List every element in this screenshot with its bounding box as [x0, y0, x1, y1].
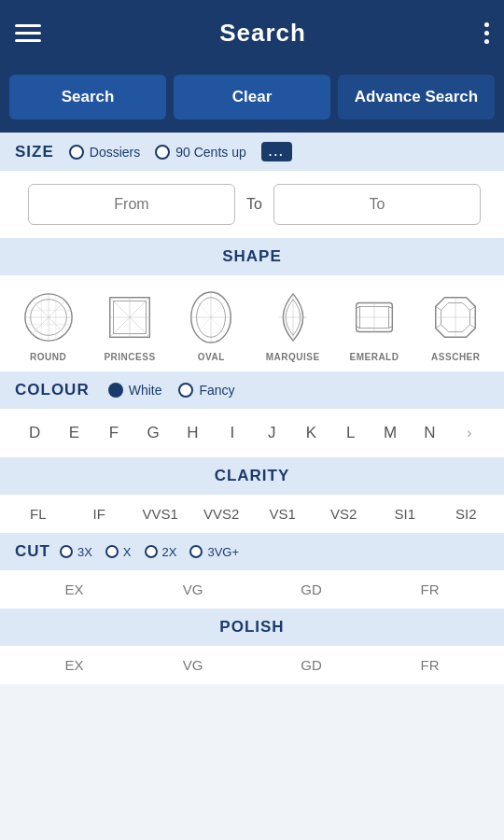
oval-icon — [184, 290, 238, 344]
princess-icon — [103, 290, 157, 344]
search-button[interactable]: Search — [9, 75, 166, 119]
clarity-grade-vvs2[interactable]: VVS2 — [191, 506, 253, 522]
cut-grade-vg[interactable]: VG — [133, 581, 252, 597]
cut-option-x[interactable]: X — [105, 545, 132, 559]
fancy-radio[interactable] — [178, 383, 193, 398]
cut-option-3vg+[interactable]: 3VG+ — [189, 545, 239, 559]
page-title: Search — [219, 19, 306, 48]
svg-line-37 — [470, 325, 476, 329]
size-more-button[interactable]: ... — [261, 142, 292, 161]
polish-grade-gd[interactable]: GD — [252, 657, 371, 673]
colour-grade-m[interactable]: M — [371, 420, 410, 446]
size-option-90cents[interactable]: 90 Cents up — [155, 145, 246, 160]
cut-option-3x[interactable]: 3X — [60, 545, 92, 559]
colour-grade-g[interactable]: G — [133, 420, 173, 446]
shape-asscher-label: ASSCHER — [431, 352, 480, 362]
colour-grade-k[interactable]: K — [291, 420, 330, 446]
size-from-input[interactable] — [28, 184, 235, 225]
clarity-grade-fl[interactable]: FL — [7, 506, 69, 522]
clarity-section-header: CLARITY — [0, 457, 504, 495]
dossiers-radio[interactable] — [69, 145, 84, 160]
shape-marquise[interactable]: MARQUISE — [266, 290, 320, 362]
emerald-icon — [347, 290, 401, 344]
dossiers-label: Dossiers — [90, 145, 140, 160]
shape-oval[interactable]: OVAL — [184, 290, 238, 362]
colour-grade-e[interactable]: E — [54, 420, 93, 446]
shape-marquise-label: MARQUISE — [266, 352, 320, 362]
shape-emerald-label: EMERALD — [349, 352, 399, 362]
shape-round[interactable]: ROUND — [21, 290, 76, 362]
colour-grade-j[interactable]: J — [252, 420, 291, 446]
svg-line-36 — [436, 325, 441, 329]
colour-fancy-option[interactable]: Fancy — [178, 383, 234, 398]
colour-grade-i[interactable]: I — [213, 420, 252, 446]
clarity-grade-si2[interactable]: SI2 — [436, 506, 497, 522]
clear-button[interactable]: Clear — [174, 75, 330, 119]
action-bar: Search Clear Advance Search — [0, 65, 504, 133]
clarity-grade-vs2[interactable]: VS2 — [314, 506, 375, 522]
shape-asscher[interactable]: ASSCHER — [428, 290, 483, 362]
polish-title: POLISH — [219, 618, 284, 636]
polish-section-header: POLISH — [0, 609, 504, 646]
cut-grades-row: EXVGGDFR — [0, 570, 504, 609]
cut-title: CUT — [15, 542, 50, 561]
shape-title: SHAPE — [222, 247, 282, 265]
cut-section-header: CUT 3XX2X3VG+ — [0, 533, 504, 570]
shape-princess[interactable]: PRINCESS — [103, 290, 157, 362]
clarity-grade-vs1[interactable]: VS1 — [252, 506, 314, 522]
colour-grade-overflow: › — [450, 420, 489, 446]
clarity-grades-row: FLIFVVS1VVS2VS1VS2SI1SI2 — [0, 495, 504, 533]
menu-icon[interactable] — [15, 24, 41, 42]
clarity-title: CLARITY — [215, 467, 290, 484]
svg-line-35 — [470, 306, 476, 310]
fancy-label: Fancy — [199, 383, 234, 398]
white-label: White — [129, 383, 162, 398]
cut-grade-ex[interactable]: EX — [15, 581, 133, 597]
size-option-dossiers[interactable]: Dossiers — [69, 145, 140, 160]
polish-grade-fr[interactable]: FR — [371, 657, 489, 673]
size-to-input[interactable] — [273, 184, 481, 225]
colour-options: White Fancy — [108, 383, 235, 398]
colour-section-header: COLOUR White Fancy — [0, 371, 504, 409]
clarity-grade-si1[interactable]: SI1 — [374, 506, 436, 522]
colour-white-option[interactable]: White — [108, 383, 162, 398]
svg-line-34 — [436, 306, 441, 310]
polish-grades-row: EXVGGDFR — [0, 646, 504, 684]
colour-grade-f[interactable]: F — [94, 420, 133, 446]
cut-option-2x[interactable]: 2X — [145, 545, 177, 559]
round-icon — [21, 290, 76, 344]
colour-grade-n[interactable]: N — [410, 420, 449, 446]
colour-grades-row: DEFGHIJKLMN› — [0, 409, 504, 457]
polish-grade-ex[interactable]: EX — [15, 657, 133, 673]
polish-grade-vg[interactable]: VG — [133, 657, 252, 673]
shape-princess-label: PRINCESS — [104, 352, 155, 362]
colour-grade-d[interactable]: D — [15, 420, 54, 446]
size-to-separator: To — [246, 196, 262, 213]
cut-grade-fr[interactable]: FR — [371, 581, 489, 597]
size-inputs-row: To — [0, 171, 504, 238]
clarity-grade-vvs1[interactable]: VVS1 — [130, 506, 191, 522]
shape-section-header: SHAPE — [0, 238, 504, 275]
shape-oval-label: OVAL — [198, 352, 225, 362]
colour-grade-h[interactable]: H — [173, 420, 212, 446]
white-radio[interactable] — [108, 383, 123, 398]
90cents-radio[interactable] — [155, 145, 170, 160]
shapes-row: ROUND PRINCESS OVAL — [0, 275, 504, 371]
more-options-icon[interactable] — [484, 22, 489, 44]
90cents-label: 90 Cents up — [175, 145, 246, 160]
size-section-header: SIZE Dossiers 90 Cents up ... — [0, 133, 504, 171]
size-title: SIZE — [15, 143, 54, 161]
marquise-icon — [266, 290, 320, 344]
asscher-icon — [428, 290, 483, 344]
clarity-grade-if[interactable]: IF — [69, 506, 131, 522]
advance-search-button[interactable]: Advance Search — [338, 75, 495, 119]
shape-emerald[interactable]: EMERALD — [347, 290, 401, 362]
colour-grade-l[interactable]: L — [331, 420, 371, 446]
shape-round-label: ROUND — [30, 352, 66, 362]
colour-title: COLOUR — [15, 381, 90, 399]
cut-grade-gd[interactable]: GD — [252, 581, 371, 597]
cut-options: 3XX2X3VG+ — [60, 545, 239, 559]
header: Search — [0, 0, 504, 65]
